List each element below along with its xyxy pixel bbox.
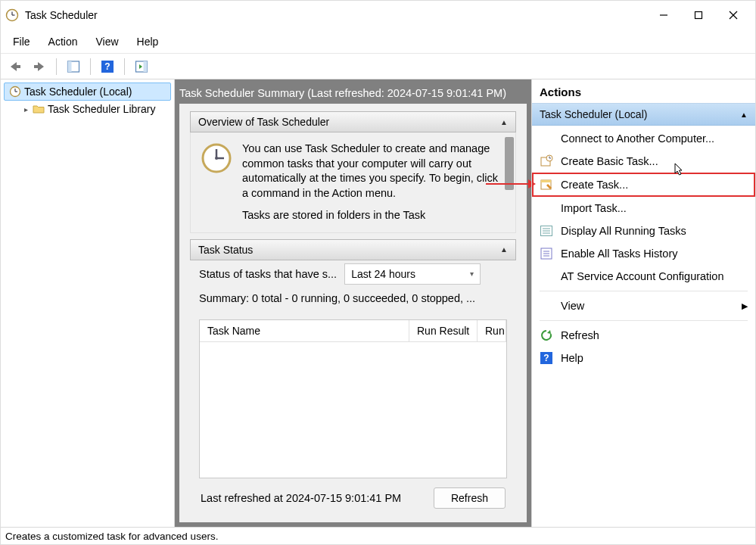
history-icon <box>540 247 553 260</box>
refresh-icon <box>540 329 553 342</box>
status-label: Status of tasks that have s... <box>199 268 337 280</box>
blank-icon <box>540 269 553 283</box>
menu-file[interactable]: File <box>5 33 38 51</box>
minimize-button[interactable] <box>646 4 681 26</box>
status-period-select[interactable]: Last 24 hours ▾ <box>344 263 481 285</box>
chevron-up-icon: ▲ <box>500 118 508 126</box>
nav-forward-button[interactable] <box>30 57 49 76</box>
create-task-icon <box>540 178 553 192</box>
chevron-down-icon: ▾ <box>470 269 474 278</box>
tree-library[interactable]: ▸ Task Scheduler Library <box>17 101 171 117</box>
help-icon: ? <box>540 351 553 365</box>
nav-back-button[interactable] <box>5 57 25 76</box>
tree-pane: Task Scheduler (Local) ▸ Task Scheduler … <box>1 79 175 527</box>
blank-icon <box>540 299 553 313</box>
toolbar-treeview-button[interactable] <box>64 57 83 76</box>
svg-rect-10 <box>68 61 72 72</box>
action-connect-to-another-computer[interactable]: Connect to Another Computer... <box>532 127 755 150</box>
action-help[interactable]: ?Help <box>532 347 755 369</box>
actions-title: Actions <box>532 79 755 103</box>
menu-view[interactable]: View <box>88 33 126 51</box>
svg-rect-8 <box>34 65 39 68</box>
svg-rect-28 <box>541 180 551 182</box>
action-label: Connect to Another Computer... <box>561 132 714 145</box>
overview-box: You can use Task Scheduler to create and… <box>190 132 516 233</box>
maximize-button[interactable] <box>681 4 716 26</box>
status-header[interactable]: Task Status ▲ <box>190 239 516 260</box>
action-label: Import Task... <box>561 202 627 214</box>
col-task-name[interactable]: Task Name <box>200 320 409 341</box>
action-label: Enable All Tasks History <box>561 248 677 260</box>
chevron-right-icon: ▶ <box>742 301 748 311</box>
toolbar-help-button[interactable]: ? <box>98 57 117 76</box>
svg-point-21 <box>215 157 218 160</box>
titlebar: Task Scheduler <box>1 1 755 30</box>
running-tasks-icon <box>540 224 553 238</box>
overview-header[interactable]: Overview of Task Scheduler ▲ <box>190 111 516 132</box>
blank-icon <box>540 132 553 145</box>
chevron-up-icon: ▲ <box>500 245 508 254</box>
action-view[interactable]: View▶ <box>532 294 755 317</box>
svg-rect-14 <box>144 61 148 72</box>
svg-text:?: ? <box>104 61 110 72</box>
basic-task-icon <box>540 154 553 168</box>
col-run[interactable]: Run <box>478 320 506 341</box>
clock-large-icon <box>200 142 233 175</box>
action-create-task[interactable]: Create Task... <box>532 173 755 197</box>
status-period-value: Last 24 hours <box>351 268 415 280</box>
toolbar-actionpane-button[interactable] <box>132 57 151 76</box>
action-label: AT Service Account Configuration <box>561 270 723 282</box>
actions-pane: Actions Task Scheduler (Local) ▲ Connect… <box>531 79 755 527</box>
statusbar-text: Creates a customized task for advanced u… <box>5 531 218 542</box>
action-label: Refresh <box>561 329 599 341</box>
overview-title: Overview of Task Scheduler <box>198 116 329 128</box>
menubar: File Action View Help <box>1 30 755 54</box>
action-import-task[interactable]: Import Task... <box>532 197 755 220</box>
overview-para1: You can use Task Scheduler to create and… <box>242 142 506 201</box>
folder-icon <box>33 103 45 115</box>
actions-scope[interactable]: Task Scheduler (Local) ▲ <box>532 103 755 126</box>
svg-rect-4 <box>695 12 702 19</box>
statusbar: Creates a customized task for advanced u… <box>1 528 755 544</box>
action-display-all-running-tasks[interactable]: Display All Running Tasks <box>532 220 755 242</box>
action-enable-all-tasks-history[interactable]: Enable All Tasks History <box>532 242 755 265</box>
action-create-basic-task[interactable]: Create Basic Task... <box>532 150 755 173</box>
status-title: Task Status <box>198 244 253 256</box>
center-pane: Task Scheduler Summary (Last refreshed: … <box>175 79 531 527</box>
action-refresh[interactable]: Refresh <box>532 324 755 347</box>
tree-root[interactable]: Task Scheduler (Local) <box>4 83 171 101</box>
menu-action[interactable]: Action <box>41 33 86 51</box>
close-button[interactable] <box>716 4 751 26</box>
chevron-right-icon: ▸ <box>22 105 30 114</box>
col-run-result[interactable]: Run Result <box>409 320 478 341</box>
tree-library-label: Task Scheduler Library <box>48 103 155 115</box>
last-refreshed-text: Last refreshed at 2024-07-15 9:01:41 PM <box>201 492 401 504</box>
summary-header: Task Scheduler Summary (Last refreshed: … <box>179 84 527 104</box>
refresh-button[interactable]: Refresh <box>434 487 506 509</box>
svg-text:?: ? <box>543 353 549 363</box>
svg-rect-7 <box>16 65 20 68</box>
action-label: Display All Running Tasks <box>561 225 686 237</box>
action-at-service-account-configuration[interactable]: AT Service Account Configuration <box>532 265 755 288</box>
overview-para2: Tasks are stored in folders in the Task <box>242 208 506 223</box>
action-label: Create Task... <box>561 179 628 191</box>
window-title: Task Scheduler <box>25 9 98 21</box>
menu-help[interactable]: Help <box>129 33 166 51</box>
actions-scope-label: Task Scheduler (Local) <box>540 108 647 120</box>
status-summary: Summary: 0 total - 0 running, 0 succeede… <box>190 292 516 304</box>
action-label: View <box>561 300 584 312</box>
blank-icon <box>540 201 553 215</box>
clock-icon <box>9 86 21 98</box>
chevron-up-icon: ▲ <box>740 111 748 119</box>
task-table: Task Name Run Result Run <box>199 319 507 478</box>
tree-root-label: Task Scheduler (Local) <box>24 86 132 98</box>
toolbar: ? <box>1 54 755 79</box>
overview-scrollbar[interactable] <box>503 132 515 232</box>
app-icon <box>5 8 19 22</box>
action-label: Create Basic Task... <box>561 155 658 167</box>
action-label: Help <box>561 352 583 364</box>
